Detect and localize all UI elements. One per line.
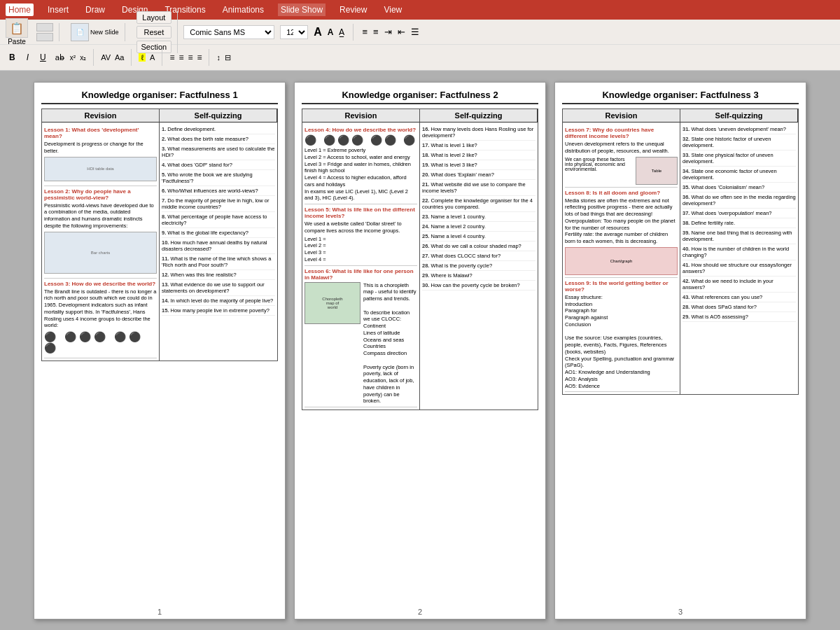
slide3-lesson9: Lesson 9: Is the world getting better or…: [565, 278, 678, 393]
q3: 3. What measurements are used to calcula…: [162, 144, 275, 160]
superscript-btn[interactable]: x²: [70, 54, 76, 62]
justify-btn[interactable]: ≡: [197, 52, 202, 62]
q30: 30. How can the poverty cycle be broken?: [422, 281, 536, 290]
menu-slideshow[interactable]: Slide Show: [278, 4, 326, 16]
q8: 8. What percentage of people have access…: [162, 212, 275, 228]
paste-icon[interactable]: 📋: [6, 18, 28, 38]
highlight-color-btn[interactable]: ℓ: [139, 53, 146, 62]
q43: 43. What references can you use?: [682, 293, 796, 302]
q17: 17. What is level 1 like?: [422, 141, 536, 150]
bold-button[interactable]: B: [6, 51, 19, 64]
font-case-icon[interactable]: Aa: [115, 53, 124, 62]
slide3-number: 3: [678, 608, 682, 616]
decrease-font-icon[interactable]: A: [328, 27, 334, 37]
q42: 42. What do we need to include in your a…: [682, 276, 796, 293]
q2: 2. What does the birth rate measure?: [162, 134, 275, 144]
slide3-lesson8: Lesson 8: Is it all doom and gloom? Medi…: [565, 188, 678, 278]
menu-insert[interactable]: Insert: [45, 4, 71, 16]
slide3-chart: Chart/graph: [565, 247, 678, 275]
align-center-btn[interactable]: ≡: [178, 52, 183, 62]
slide3-lesson7: Lesson 7: Why do countries have differen…: [565, 125, 678, 188]
sep2: [93, 49, 94, 66]
italic-button[interactable]: I: [23, 51, 32, 64]
reset-button[interactable]: Reset: [136, 26, 172, 38]
slide2-number: 2: [418, 608, 422, 616]
strikethrough-btn[interactable]: ab̶: [55, 53, 64, 62]
slide2-quiz-col: 16. How many levels does Hans Rosling us…: [420, 122, 538, 410]
q29b: 29. What is AO5 assessing?: [682, 312, 796, 322]
slide1-chart1: Bar charts: [44, 232, 157, 274]
q35: 35. What does 'Colonialism' mean?: [682, 183, 796, 192]
line-spacing-btn[interactable]: ↕: [216, 53, 220, 62]
q36: 36. What do we often see in the media re…: [682, 192, 796, 209]
layout-button[interactable]: Layout: [136, 11, 172, 24]
slide-area: Knowledge organiser: Factfulness 1 Revis…: [0, 71, 840, 630]
q31: 31. What does 'uneven development' mean?: [682, 125, 796, 134]
menu-draw[interactable]: Draw: [83, 4, 108, 16]
q13: 13. What evidence do we use to support o…: [162, 280, 275, 296]
slide1-title: Knowledge organiser: Factfulness 1: [41, 90, 278, 104]
clipboard-icon2[interactable]: [36, 33, 53, 41]
indent-icon[interactable]: ⇥: [384, 27, 392, 37]
align-right-btn[interactable]: ≡: [188, 52, 192, 62]
q12: 12. When was this line realistic?: [162, 270, 275, 280]
slide1-lesson1: Lesson 1: What does 'development' mean? …: [44, 125, 157, 186]
q37: 37. What does 'overpopulation' mean?: [682, 209, 796, 218]
q41: 41. How should we structure our essays/l…: [682, 260, 796, 276]
clipboard-icon1[interactable]: [36, 23, 53, 31]
q34: 34. State one economic factor of uneven …: [682, 167, 796, 183]
slide2-title: Knowledge organiser: Factfulness 2: [302, 90, 538, 104]
slide-2: Knowledge organiser: Factfulness 2 Revis…: [294, 82, 546, 620]
malawi-map: Choroplethmap ofworld: [304, 282, 360, 324]
slide1-lesson2: Lesson 2: Why do people have a pessimist…: [44, 186, 157, 279]
slide2-revision-col: Lesson 4: How do we describe the world? …: [302, 122, 420, 410]
q32: 32. State one historic factor of uneven …: [682, 134, 796, 150]
slide1-col-header-quiz: Self-quizzing: [160, 109, 277, 122]
ribbon: Home Insert Draw Design Transitions Anim…: [0, 0, 840, 71]
align-left-btn[interactable]: ≡: [169, 52, 174, 62]
q14: 14. In which level do the majority of pe…: [162, 296, 275, 306]
q25: 25. Name a level 4 country.: [422, 232, 536, 241]
slide3-quiz-col: 31. What does 'uneven development' mean?…: [680, 122, 798, 394]
slide1-col-header-revision: Revision: [42, 109, 160, 122]
q19: 19. What is level 3 like?: [422, 160, 536, 170]
q15: 15. How many people live in extreme pove…: [162, 306, 275, 316]
align-center-icon[interactable]: ≡: [373, 27, 379, 37]
clear-format-icon[interactable]: A̲: [339, 27, 344, 37]
q28b: 28. What does SPaG stand for?: [682, 302, 796, 312]
q9: 9. What is the global life expectancy?: [162, 228, 275, 238]
q27: 27. What does CLOCC stand for?: [422, 251, 536, 261]
font-color-btn[interactable]: A: [150, 53, 155, 62]
menu-home[interactable]: Home: [6, 4, 34, 16]
subscript-btn[interactable]: x₂: [80, 54, 86, 62]
increase-font-icon[interactable]: A: [314, 26, 322, 38]
new-slide-icon[interactable]: 📄: [71, 23, 89, 41]
q28: 28. What is the poverty cycle?: [422, 261, 536, 271]
list-icon[interactable]: ☰: [411, 27, 419, 37]
menu-review[interactable]: Review: [337, 4, 370, 16]
q16: 16. How many levels does Hans Rosling us…: [422, 125, 536, 141]
menu-view[interactable]: View: [381, 4, 405, 16]
slide2-level-icons: ⚫ ⚫⚫⚫ ⚫⚫ ⚫: [304, 134, 417, 146]
underline-button[interactable]: U: [36, 51, 50, 64]
q10: 10. How much have annual deaths by natur…: [162, 238, 275, 254]
column-btn[interactable]: ⊟: [225, 53, 231, 62]
sep1: [353, 24, 354, 41]
q18: 18. What is level 2 like?: [422, 150, 536, 160]
q39: 39. Name one bad thing that is decreasin…: [682, 228, 796, 244]
section-button[interactable]: Section: [136, 41, 172, 53]
slide-3: Knowledge organiser: Factfulness 3 Revis…: [554, 82, 806, 620]
slide3-factors: We can group these factors into physical…: [565, 157, 678, 185]
slide2-col-header-revision: Revision: [302, 109, 420, 122]
font-select[interactable]: Comic Sans MS: [183, 25, 274, 39]
font-size-select[interactable]: 12: [280, 25, 308, 39]
q21: 21. What website did we use to compare t…: [422, 180, 536, 196]
slide3-revision-col: Lesson 7: Why do countries have differen…: [563, 122, 680, 394]
slide2-col-header-quiz: Self-quizzing: [420, 109, 538, 122]
align-left-icon[interactable]: ≡: [362, 27, 368, 37]
menu-animations[interactable]: Animations: [220, 4, 267, 16]
outdent-icon[interactable]: ⇤: [398, 27, 405, 37]
slide1-lesson3: Lesson 3: How do we describe the world? …: [44, 279, 157, 359]
text-spacing-icon[interactable]: AV: [101, 53, 111, 62]
slide1-revision-col: Lesson 1: What does 'development' mean? …: [42, 122, 160, 360]
